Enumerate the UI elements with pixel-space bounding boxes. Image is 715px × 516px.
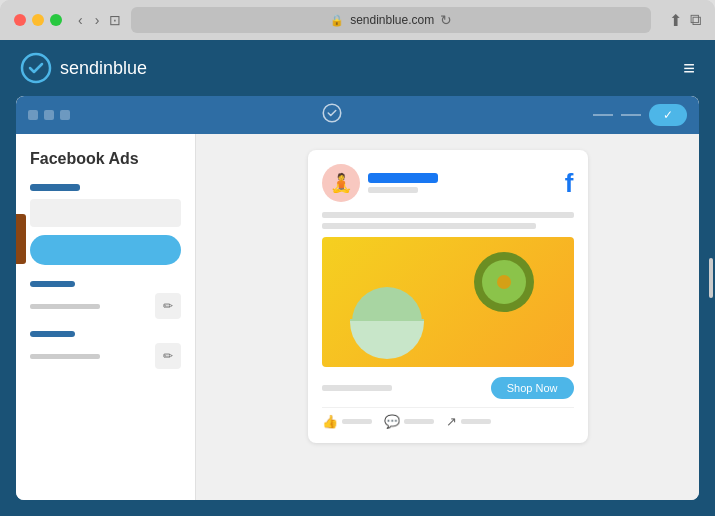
address-bar[interactable]: 🔒 sendinblue.com ↻	[131, 7, 651, 33]
sidebar-item-text-1	[30, 304, 100, 309]
kiwi-inner	[482, 260, 526, 304]
kiwi-decoration	[474, 252, 534, 312]
lock-icon: 🔒	[330, 14, 344, 27]
window-mode-button[interactable]: ⊡	[109, 12, 121, 28]
browser-toolbar-right: ⬆ ⧉	[669, 11, 701, 30]
sidebar-field-label-1	[30, 184, 80, 191]
toolbar-dot-2	[44, 110, 54, 120]
sidebar-section-label-1	[30, 281, 75, 287]
browser-window: ‹ › ⊡ 🔒 sendinblue.com ↻ ⬆ ⧉ sendinblue …	[0, 0, 715, 516]
fb-profile: 🧘	[322, 164, 438, 202]
fb-caption-text	[322, 385, 392, 391]
reload-button[interactable]: ↻	[440, 12, 452, 28]
sidebar-edit-button-1[interactable]: ✏	[155, 293, 181, 319]
fb-text-lines	[322, 212, 574, 229]
svg-point-0	[22, 54, 50, 82]
share-browser-button[interactable]: ⬆	[669, 11, 682, 30]
minimize-button[interactable]	[32, 14, 44, 26]
comment-icon: 💬	[384, 414, 400, 429]
inner-toolbar-left	[28, 110, 70, 120]
fb-text-line-2	[322, 223, 536, 229]
lime-half-decoration	[350, 319, 424, 359]
back-button[interactable]: ‹	[74, 10, 87, 30]
browser-titlebar: ‹ › ⊡ 🔒 sendinblue.com ↻ ⬆ ⧉	[0, 0, 715, 40]
app-window: sendinblue ≡	[0, 40, 715, 516]
app-logo: sendinblue	[20, 52, 147, 84]
tabs-button[interactable]: ⧉	[690, 11, 701, 30]
fb-logo-icon: f	[565, 168, 574, 199]
like-icon: 👍	[322, 414, 338, 429]
inner-toolbar: ✓	[16, 96, 699, 134]
maximize-button[interactable]	[50, 14, 62, 26]
fb-cta-button[interactable]: Shop Now	[491, 377, 574, 399]
toolbar-line-1	[593, 114, 613, 116]
svg-point-1	[323, 104, 341, 122]
toolbar-dot-3	[60, 110, 70, 120]
fb-text-line-1	[322, 212, 574, 218]
kiwi-center	[497, 275, 511, 289]
share-label	[461, 419, 491, 424]
fb-footer: Shop Now	[322, 377, 574, 399]
fb-comment-action[interactable]: 💬	[384, 414, 434, 429]
sidebar-item-row-1: ✏	[30, 293, 181, 319]
app-logo-text: sendinblue	[60, 58, 147, 79]
share-icon: ↗	[446, 414, 457, 429]
preview-area: 🧘 f	[196, 134, 699, 500]
avatar-emoji: 🧘	[330, 172, 352, 194]
sidebar-item-row-2: ✏	[30, 343, 181, 369]
close-button[interactable]	[14, 14, 26, 26]
sendinblue-logo-icon	[20, 52, 52, 84]
fb-like-action[interactable]: 👍	[322, 414, 372, 429]
hamburger-icon[interactable]: ≡	[683, 57, 695, 80]
inner-toolbar-logo	[322, 103, 342, 127]
sidebar-cta-button[interactable]	[30, 235, 181, 265]
main-content: Facebook Ads ✏	[16, 134, 699, 500]
facebook-ad-card: 🧘 f	[308, 150, 588, 443]
fb-ad-image	[322, 237, 574, 367]
fb-share-action[interactable]: ↗	[446, 414, 491, 429]
sidebar-title: Facebook Ads	[30, 150, 181, 168]
check-icon: ✓	[663, 108, 673, 122]
fb-actions: 👍 💬 ↗	[322, 407, 574, 429]
check-button[interactable]: ✓	[649, 104, 687, 126]
inner-frame: ✓ Facebook Ads ✏	[16, 96, 699, 500]
fb-avatar: 🧘	[322, 164, 360, 202]
sidebar-decoration	[16, 214, 26, 264]
sidebar: Facebook Ads ✏	[16, 134, 196, 500]
sidebar-edit-button-2[interactable]: ✏	[155, 343, 181, 369]
like-label	[342, 419, 372, 424]
nav-buttons: ‹ ›	[74, 10, 103, 30]
comment-label	[404, 419, 434, 424]
fb-card-header: 🧘 f	[322, 164, 574, 202]
address-text: sendinblue.com	[350, 13, 434, 27]
fb-sub-block	[368, 187, 418, 193]
sidebar-item-text-2	[30, 354, 100, 359]
sidebar-input-1[interactable]	[30, 199, 181, 227]
inner-toolbar-right: ✓	[593, 104, 687, 126]
toolbar-dot-1	[28, 110, 38, 120]
forward-button[interactable]: ›	[91, 10, 104, 30]
toolbar-line-2	[621, 114, 641, 116]
sidebar-section-1: ✏	[30, 281, 181, 319]
traffic-lights	[14, 14, 62, 26]
sidebar-section-2: ✏	[30, 331, 181, 369]
app-header: sendinblue ≡	[0, 40, 715, 96]
fb-name-block	[368, 173, 438, 183]
sidebar-section-label-2	[30, 331, 75, 337]
fb-name-block-container	[368, 173, 438, 193]
